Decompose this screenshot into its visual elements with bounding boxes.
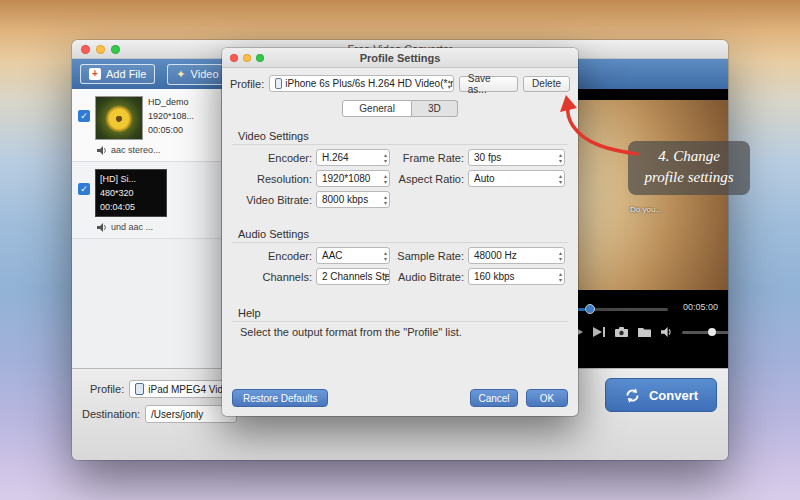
snapshot-camera-icon[interactable] [615, 327, 628, 337]
file-meta: HD_demo 1920*108... 00:05:00 [148, 96, 194, 138]
minimize-button[interactable] [96, 45, 105, 54]
file-duration: 00:05:00 [148, 124, 194, 138]
ipad-device-icon [135, 383, 144, 395]
video-settings-heading: Video Settings [238, 130, 578, 142]
file-meta: [HD] Si... 480*320 00:04:05 [100, 173, 162, 215]
divider [232, 321, 568, 322]
volume-icon[interactable] [661, 327, 672, 337]
aspect-ratio-popup[interactable]: Auto ▴▾ [468, 170, 565, 187]
save-as-button[interactable]: Save as... [459, 76, 518, 92]
audio-track-label: und aac ... [111, 222, 153, 232]
window-controls [230, 54, 264, 62]
zoom-button[interactable] [111, 45, 120, 54]
channels-value: 2 Channels Stereo [322, 271, 390, 282]
tab-general[interactable]: General [342, 100, 412, 117]
file-name: HD_demo [148, 96, 194, 110]
magic-wand-icon: ✦ [176, 68, 185, 81]
add-file-button[interactable]: + Add File [80, 64, 155, 84]
audio-encoder-value: AAC [322, 250, 343, 261]
annotation-line-1: 4. Change [636, 146, 742, 167]
add-file-icon: + [89, 68, 101, 80]
red-arrow-annotation [545, 92, 645, 162]
delete-button[interactable]: Delete [523, 76, 570, 92]
channels-popup[interactable]: 2 Channels Stereo ▴▾ [316, 268, 390, 285]
profile-label: Profile: [90, 383, 124, 395]
annotation-line-2: profile settings [636, 167, 742, 188]
player-controls [574, 327, 728, 337]
chevron-up-down-icon: ▴▾ [384, 250, 387, 262]
chevron-up-down-icon: ▴▾ [384, 194, 387, 206]
profile-dropdown-value: iPad MPEG4 Video... [148, 384, 229, 395]
divider [232, 242, 568, 243]
file-checkbox[interactable]: ✓ [78, 110, 90, 122]
audio-encoder-popup[interactable]: AAC ▴▾ [316, 247, 390, 264]
frame-rate-value: 30 fps [474, 152, 501, 163]
file-row-2[interactable]: ✓ [HD] Si... 480*320 00:04:05 [72, 162, 221, 220]
add-file-label: Add File [106, 68, 146, 80]
profile-settings-dialog: Profile Settings Profile: iPhone 6s Plus… [222, 48, 578, 416]
file-checkbox[interactable]: ✓ [78, 183, 90, 195]
tab-3d[interactable]: 3D [412, 100, 458, 117]
profile-dropdown[interactable]: iPad MPEG4 Video... [129, 380, 229, 398]
audio-track-row-1[interactable]: aac stereo... [72, 143, 221, 162]
chevron-up-down-icon: ▴▾ [559, 250, 562, 262]
sample-rate-popup[interactable]: 48000 Hz ▴▾ [468, 247, 565, 264]
convert-button[interactable]: Convert [605, 378, 717, 412]
file-name: [HD] Si... [100, 173, 162, 187]
sample-rate-label: Sample Rate: [394, 250, 464, 262]
file-resolution: 1920*108... [148, 110, 194, 124]
annotation-note: 4. Change profile settings [628, 141, 750, 195]
channels-label: Channels: [240, 271, 312, 283]
video-encoder-popup[interactable]: H.264 ▴▾ [316, 149, 390, 166]
volume-slider[interactable] [682, 331, 728, 334]
video-subtitle: Do you... [630, 205, 662, 214]
sample-rate-value: 48000 Hz [474, 250, 517, 261]
help-text: Select the output format from the "Profi… [240, 326, 578, 338]
seek-knob[interactable] [585, 304, 595, 314]
convert-sync-icon [624, 387, 641, 404]
resolution-value: 1920*1080 [322, 173, 370, 184]
speaker-icon [97, 223, 107, 232]
file-row-1[interactable]: ✓ HD_demo 1920*108... 00:05:00 [72, 89, 221, 143]
open-folder-icon[interactable] [638, 327, 651, 337]
dialog-profile-label: Profile: [230, 78, 264, 90]
chevron-up-down-icon: ▴▾ [559, 173, 562, 185]
audio-track-row-2[interactable]: und aac ... [72, 220, 221, 239]
destination-value: /Users/jonly [151, 409, 203, 420]
next-frame-icon[interactable] [593, 327, 605, 337]
video-bitrate-label: Video Bitrate: [240, 194, 312, 206]
cancel-button[interactable]: Cancel [470, 389, 518, 407]
close-button[interactable] [81, 45, 90, 54]
convert-label: Convert [649, 388, 698, 403]
dialog-title: Profile Settings [360, 52, 441, 64]
profile-popup-value: iPhone 6s Plus/6s H.264 HD Video(*.mp4) [285, 78, 454, 89]
duration-label: 00:05:00 [683, 302, 718, 312]
speaker-icon [97, 146, 107, 155]
file-resolution: 480*320 [100, 187, 162, 201]
video-bitrate-value: 8000 kbps [322, 194, 368, 205]
audio-settings-heading: Audio Settings [238, 228, 578, 240]
audio-bitrate-value: 160 kbps [474, 271, 515, 282]
video-thumbnail-sunflower [95, 96, 143, 140]
iphone-device-icon [275, 78, 282, 89]
chevron-up-down-icon: ▴▾ [384, 152, 387, 164]
tab-bar: General 3D [222, 100, 578, 117]
chevron-up-down-icon: ▴▾ [384, 271, 387, 283]
profile-popup[interactable]: iPhone 6s Plus/6s H.264 HD Video(*.mp4) … [269, 75, 454, 92]
resolution-popup[interactable]: 1920*1080 ▴▾ [316, 170, 390, 187]
close-button[interactable] [230, 54, 238, 62]
volume-knob[interactable] [708, 328, 716, 336]
zoom-button[interactable] [256, 54, 264, 62]
aspect-ratio-label: Aspect Ratio: [394, 173, 464, 185]
divider [232, 144, 568, 145]
audio-bitrate-popup[interactable]: 160 kbps ▴▾ [468, 268, 565, 285]
chevron-up-down-icon: ▴▾ [559, 271, 562, 283]
restore-defaults-button[interactable]: Restore Defaults [232, 389, 328, 407]
video-thumbnail-black: [HD] Si... 480*320 00:04:05 [95, 169, 167, 217]
dialog-titlebar[interactable]: Profile Settings [222, 48, 578, 68]
ok-button[interactable]: OK [526, 389, 568, 407]
video-bitrate-popup[interactable]: 8000 kbps ▴▾ [316, 191, 390, 208]
desktop: Free Video Converter + Add File ✦ Video … [0, 0, 800, 500]
video-encoder-value: H.264 [322, 152, 349, 163]
minimize-button[interactable] [243, 54, 251, 62]
